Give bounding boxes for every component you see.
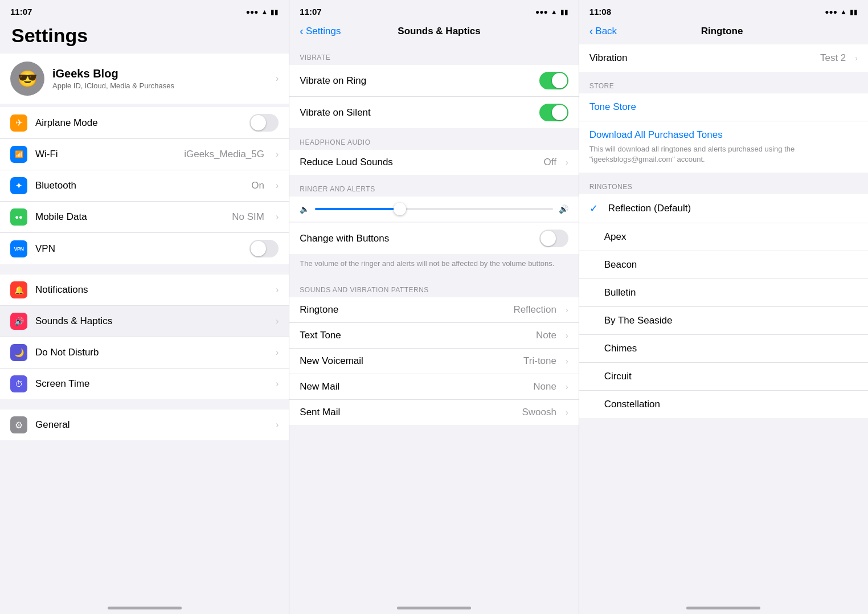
general-label: General: [35, 419, 268, 431]
sounds-label: Sounds & Haptics: [35, 316, 268, 327]
sidebar-item-airplane-mode[interactable]: ✈ Airplane Mode: [0, 107, 289, 139]
sidebar-item-vpn[interactable]: VPN VPN: [0, 233, 289, 264]
slider-thumb[interactable]: [394, 203, 406, 215]
sounds-haptics-panel: 11:07 ●●● ▲ ▮▮ ‹ Settings Sounds & Hapti…: [289, 0, 578, 614]
sound-patterns-list: Ringtone Reflection › Text Tone Note › N…: [289, 297, 578, 425]
airplane-mode-toggle[interactable]: [249, 114, 279, 132]
vibrate-ring-item[interactable]: Vibrate on Ring: [289, 65, 578, 97]
tone-store-item[interactable]: Tone Store: [579, 93, 868, 121]
profile-name: iGeeks Blog: [52, 67, 268, 80]
ringtone-circuit[interactable]: Circuit: [579, 363, 868, 391]
vibration-value: Test 2: [820, 52, 846, 64]
download-tones-label: Download All Purchased Tones: [589, 129, 723, 141]
volume-low-icon: 🔈: [300, 204, 309, 214]
sidebar-item-general[interactable]: ⚙ General ›: [0, 410, 289, 440]
vibration-item[interactable]: Vibration Test 2 ›: [579, 44, 868, 72]
change-buttons-list: Change with Buttons: [289, 223, 578, 254]
ringtone-beacon[interactable]: Beacon: [579, 251, 868, 279]
sidebar-item-bluetooth[interactable]: ✦ Bluetooth On ›: [0, 170, 289, 202]
vibrate-ring-toggle[interactable]: [539, 72, 568, 89]
reduce-loud-label: Reduce Loud Sounds: [300, 157, 538, 168]
status-icons-3: ●●● ▲ ▮▮: [825, 8, 858, 16]
sidebar-item-wifi[interactable]: 📶 Wi-Fi iGeeks_Media_5G ›: [0, 139, 289, 170]
notifications-label: Notifications: [35, 284, 268, 296]
mobile-data-chevron: ›: [276, 212, 279, 222]
ringtone-constellation[interactable]: Constellation: [579, 391, 868, 418]
home-indicator-1: [0, 601, 289, 614]
check-icon-reflection: ✓: [589, 202, 598, 215]
airplane-mode-label: Airplane Mode: [35, 117, 241, 129]
sent-mail-value: Swoosh: [522, 407, 556, 418]
circuit-label: Circuit: [589, 371, 858, 382]
vibrate-silent-toggle[interactable]: [539, 104, 568, 121]
sounds-title: Sounds & Haptics: [310, 26, 568, 37]
battery-icon-2: ▮▮: [560, 8, 568, 16]
reduce-loud-chevron: ›: [566, 158, 568, 167]
ringtone-panel: 11:08 ●●● ▲ ▮▮ ‹ Back Ringtone Vibration…: [579, 0, 868, 614]
ringtone-reflection[interactable]: ✓ Reflection (Default): [579, 194, 868, 223]
ringtone-by-the-seaside[interactable]: By The Seaside: [579, 307, 868, 335]
signal-icon: ●●●: [246, 8, 259, 16]
sidebar-item-do-not-disturb[interactable]: 🌙 Do Not Disturb ›: [0, 337, 289, 369]
change-buttons-item[interactable]: Change with Buttons: [289, 223, 578, 254]
new-voicemail-item[interactable]: New Voicemail Tri-tone ›: [289, 349, 578, 374]
ringtone-bulletin[interactable]: Bulletin: [579, 279, 868, 307]
vpn-icon: VPN: [10, 240, 27, 257]
sounds-scroll[interactable]: VIBRATE Vibrate on Ring Vibrate on Silen…: [289, 44, 578, 601]
settings-scroll[interactable]: 😎 iGeeks Blog Apple ID, iCloud, Media & …: [0, 54, 289, 601]
text-tone-item[interactable]: Text Tone Note ›: [289, 323, 578, 349]
settings-panel: 11:07 ●●● ▲ ▮▮ Settings 😎 iGeeks Blog Ap…: [0, 0, 289, 614]
new-voicemail-value: Tri-tone: [523, 355, 556, 367]
sent-mail-chevron: ›: [566, 408, 568, 417]
ringtone-item[interactable]: Ringtone Reflection ›: [289, 297, 578, 323]
sidebar-item-screen-time[interactable]: ⏱ Screen Time ›: [0, 369, 289, 399]
wifi-label: Wi-Fi: [35, 149, 176, 160]
vpn-toggle[interactable]: [249, 240, 279, 257]
ringer-slider[interactable]: [315, 208, 552, 210]
ringtone-scroll[interactable]: Vibration Test 2 › STORE Tone Store Down…: [579, 44, 868, 601]
sidebar-item-mobile-data[interactable]: ●● Mobile Data No SIM ›: [0, 202, 289, 233]
tone-store-label: Tone Store: [589, 101, 636, 113]
text-tone-value: Note: [536, 330, 556, 341]
sounds-vibration-header: SOUNDS AND VIBRATION PATTERNS: [289, 277, 578, 297]
new-mail-label: New Mail: [300, 381, 527, 392]
change-buttons-toggle[interactable]: [539, 230, 568, 247]
reduce-loud-value: Off: [544, 157, 556, 168]
sounds-chevron: ›: [276, 316, 279, 326]
reflection-label: Reflection (Default): [608, 203, 858, 214]
profile-subtitle: Apple ID, iCloud, Media & Purchases: [52, 81, 268, 90]
vibrate-silent-item[interactable]: Vibrate on Silent: [289, 97, 578, 128]
ringtones-list: ✓ Reflection (Default) Apex Beacon Bulle…: [579, 194, 868, 418]
beacon-label: Beacon: [589, 259, 858, 271]
reduce-loud-item[interactable]: Reduce Loud Sounds Off ›: [289, 150, 578, 175]
screen-time-chevron: ›: [276, 379, 279, 389]
profile-text: iGeeks Blog Apple ID, iCloud, Media & Pu…: [52, 67, 268, 90]
new-mail-chevron: ›: [566, 382, 568, 391]
signal-icon-2: ●●●: [535, 8, 548, 16]
new-mail-item[interactable]: New Mail None ›: [289, 374, 578, 400]
dnd-label: Do Not Disturb: [35, 347, 268, 358]
ringtone-chimes[interactable]: Chimes: [579, 335, 868, 363]
ringtone-label: Ringtone: [300, 304, 507, 316]
sidebar-item-sounds-haptics[interactable]: 🔊 Sounds & Haptics ›: [0, 306, 289, 337]
sent-mail-item[interactable]: Sent Mail Swoosh ›: [289, 400, 578, 425]
slider-fill: [315, 208, 398, 210]
vibration-label: Vibration: [589, 52, 814, 64]
profile-row[interactable]: 😎 iGeeks Blog Apple ID, iCloud, Media & …: [0, 54, 289, 104]
vpn-label: VPN: [35, 243, 241, 255]
vibrate-silent-label: Vibrate on Silent: [300, 107, 533, 118]
sidebar-item-notifications[interactable]: 🔔 Notifications ›: [0, 275, 289, 306]
download-tones-item[interactable]: Download All Purchased Tones This will d…: [579, 121, 868, 173]
text-tone-chevron: ›: [566, 331, 568, 340]
airplane-mode-icon: ✈: [10, 114, 27, 132]
status-icons-2: ●●● ▲ ▮▮: [535, 8, 568, 16]
ringtone-nav: ‹ Back Ringtone: [579, 20, 868, 44]
mobile-data-value: No SIM: [232, 211, 264, 223]
vibration-list: Vibration Test 2 ›: [579, 44, 868, 72]
ringtone-apex[interactable]: Apex: [579, 223, 868, 251]
chimes-label: Chimes: [589, 343, 858, 354]
status-bar-1: 11:07 ●●● ▲ ▮▮: [0, 0, 289, 20]
dnd-icon: 🌙: [10, 344, 27, 361]
general-chevron: ›: [276, 420, 279, 430]
vibrate-list: Vibrate on Ring Vibrate on Silent: [289, 65, 578, 128]
